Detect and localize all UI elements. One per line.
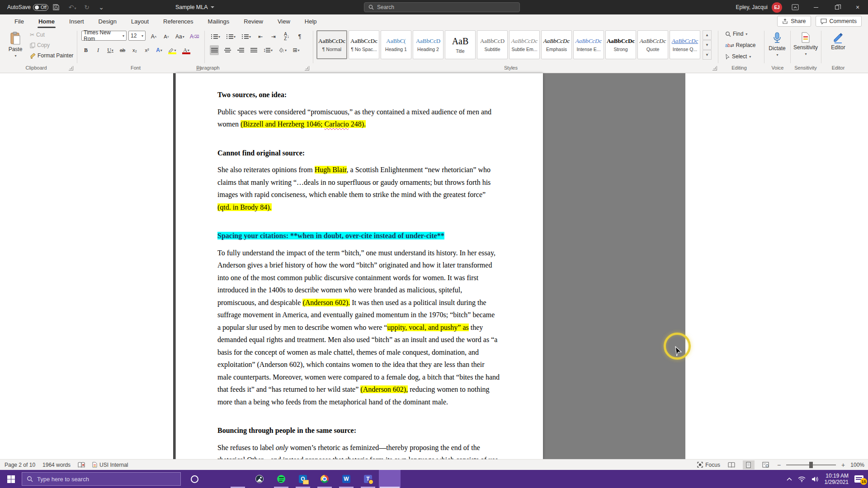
paragraph-dialog-launcher[interactable] (305, 66, 309, 70)
shading-button[interactable]: ▾ (278, 45, 288, 55)
decrease-indent-button[interactable]: ⇤ (256, 32, 265, 42)
save-icon[interactable] (53, 4, 63, 10)
increase-indent-button[interactable]: ⇥ (269, 32, 278, 42)
taskbar-icon-task-view[interactable] (205, 470, 227, 488)
style-card-subtitle[interactable]: AaBbCcDSubtitle (477, 30, 508, 59)
hidden-icons-chevron[interactable] (787, 477, 792, 481)
line-spacing-button[interactable]: ↕▾ (262, 45, 274, 55)
styles-scroll-down-icon[interactable]: ▼ (703, 40, 712, 50)
align-right-button[interactable] (236, 45, 245, 55)
share-button[interactable]: Share (777, 16, 811, 27)
sensitivity-status[interactable]: USI Internal (92, 462, 128, 468)
format-painter-button[interactable]: Format Painter (30, 52, 73, 59)
document-paragraph[interactable]: Public spaces were considered “promiscuo… (217, 106, 500, 131)
change-case-button[interactable]: Aa▾ (175, 32, 185, 42)
zoom-slider[interactable] (786, 465, 836, 465)
autosave-switch-icon[interactable]: Off (33, 4, 48, 11)
select-button[interactable]: Select▾ (725, 53, 751, 60)
style-card-quote[interactable]: AaBbCcDcQuote (637, 30, 668, 59)
font-color-button[interactable]: A ▾ (181, 45, 192, 55)
tab-layout[interactable]: Layout (126, 14, 154, 28)
tab-insert[interactable]: Insert (64, 14, 90, 28)
tab-home[interactable]: Home (33, 14, 60, 28)
proofing-errors-icon[interactable] (78, 462, 85, 468)
taskbar-icon-cortana[interactable] (184, 470, 205, 488)
volume-icon[interactable] (811, 476, 819, 482)
numbering-button[interactable]: ▾ (225, 32, 236, 42)
customize-qat-icon[interactable]: ⌄ (96, 4, 106, 11)
document-page[interactable]: Two sources, one idea:Public spaces were… (176, 73, 543, 459)
clipboard-dialog-launcher[interactable] (69, 66, 73, 70)
document-heading[interactable]: Cannot find original source: (217, 147, 500, 160)
tab-mailings[interactable]: Mailings (203, 14, 235, 28)
tab-help[interactable]: Help (299, 14, 322, 28)
subscript-button[interactable]: x₂ (130, 45, 139, 55)
tab-references[interactable]: References (158, 14, 198, 28)
style-card-intense-e-[interactable]: AaBbCcDcIntense E... (573, 30, 604, 59)
document-heading[interactable]: Two sources, one idea: (217, 89, 500, 101)
undo-icon[interactable]: ↶▾ (67, 4, 77, 11)
document-paragraph[interactable]: She also reiterates opinions from Hugh B… (217, 164, 500, 213)
zoom-out-button[interactable]: − (777, 461, 781, 469)
style-card-intense-q-[interactable]: AaBbCcDcIntense Q... (670, 30, 700, 59)
styles-scroll-up-icon[interactable]: ▲ (703, 30, 712, 40)
document-heading[interactable]: Spacing your citations: **when in doubt,… (217, 230, 500, 242)
taskbar-icon-screen-recorder[interactable] (379, 470, 401, 488)
redo-icon[interactable]: ↻ (82, 4, 92, 11)
styles-gallery-expand-icon[interactable]: ▼́ (703, 50, 712, 60)
show-formatting-button[interactable]: ¶ (295, 32, 304, 42)
focus-button[interactable]: Focus (697, 462, 720, 468)
bullets-button[interactable]: ▾ (210, 32, 221, 42)
justify-button[interactable] (249, 45, 258, 55)
ribbon-display-options-icon[interactable] (788, 0, 802, 14)
autosave-toggle[interactable]: AutoSave Off (7, 4, 48, 11)
dictate-button[interactable]: Dictate ▾ (766, 30, 788, 63)
tab-file[interactable]: File (9, 14, 29, 28)
taskbar-icon-photos[interactable] (249, 470, 270, 488)
copy-button[interactable]: Copy (30, 42, 50, 48)
close-button[interactable]: × (847, 0, 868, 14)
avatar[interactable]: EJ (772, 2, 782, 13)
align-center-button[interactable] (223, 45, 232, 55)
underline-button[interactable]: U▾ (106, 45, 115, 55)
style-card-strong[interactable]: AaBbCcDcStrong (605, 30, 636, 59)
user-name[interactable]: Epley, Jacqui (736, 4, 768, 10)
titlebar-search-box[interactable]: Search (364, 2, 520, 12)
web-layout-button[interactable] (760, 460, 772, 469)
zoom-slider-thumb[interactable] (809, 462, 813, 468)
restore-button[interactable] (826, 0, 847, 14)
find-button[interactable]: Find▾ (725, 31, 747, 37)
italic-button[interactable]: I (94, 45, 103, 55)
style-card-emphasis[interactable]: AaBbCcDcEmphasis (541, 30, 572, 59)
document-heading[interactable]: Bouncing through people in the same sour… (217, 424, 500, 437)
strikethrough-button[interactable]: ab (118, 45, 127, 55)
highlight-color-button[interactable]: ▾ (167, 45, 178, 55)
taskbar-icon-outlook[interactable]: O (292, 470, 314, 488)
taskbar-search-box[interactable]: Type here to search (22, 472, 181, 486)
multilevel-list-button[interactable]: ▾ (241, 32, 252, 42)
start-button[interactable] (0, 470, 22, 488)
page-indicator[interactable]: Page 2 of 10 (5, 462, 35, 468)
style-card-subtle-em-[interactable]: AaBbCcDcSubtle Em... (509, 30, 540, 59)
document-title[interactable]: Sample MLA (175, 0, 214, 14)
style-card-heading-2[interactable]: AaBbCcDHeading 2 (413, 30, 443, 59)
page-text[interactable]: Two sources, one idea:Public spaces were… (217, 89, 500, 483)
paste-button[interactable]: Paste ▾ (3, 30, 28, 63)
grow-font-button[interactable]: A˄ (149, 32, 158, 42)
minimize-button[interactable] (806, 0, 826, 14)
borders-button[interactable]: ⊞▾ (292, 45, 301, 55)
word-count[interactable]: 1964 words (42, 462, 71, 468)
zoom-in-button[interactable]: + (841, 461, 845, 469)
print-layout-button[interactable] (743, 460, 755, 469)
cut-button[interactable]: ✂Cut (30, 32, 45, 38)
replace-button[interactable]: ab⇄ Replace (725, 42, 756, 48)
taskbar-icon-teams[interactable]: T (357, 470, 379, 488)
style-card--normal[interactable]: AaBbCcDc¶ Normal (316, 30, 347, 59)
style-card-title[interactable]: AaBTitle (445, 30, 476, 59)
sensitivity-button[interactable]: Sensitivity ▾ (792, 30, 819, 63)
tab-review[interactable]: Review (238, 14, 269, 28)
taskbar-icon-chrome[interactable] (314, 470, 335, 488)
clear-formatting-button[interactable]: A⌫ (189, 32, 200, 42)
align-left-button[interactable] (210, 45, 219, 55)
editor-button[interactable]: Editor (825, 30, 852, 63)
